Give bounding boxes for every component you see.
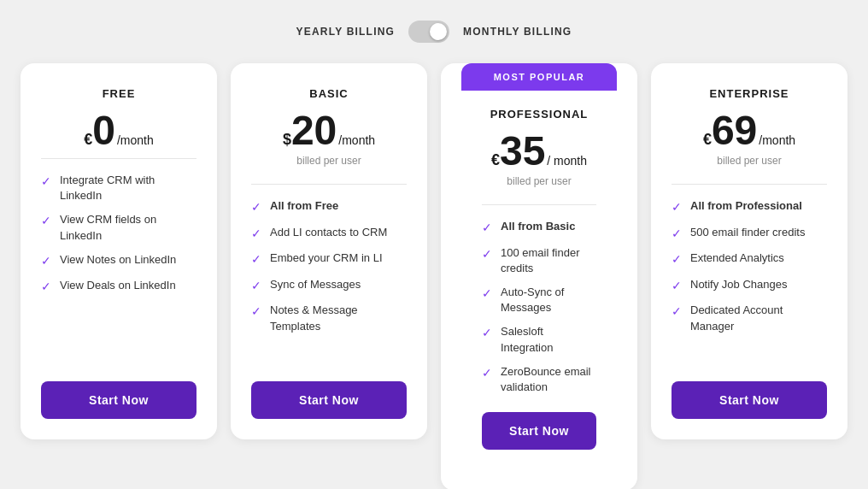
check-icon: ✓	[482, 286, 492, 303]
feature-text: Sync of Messages	[270, 277, 361, 292]
list-item: ✓ 500 email finder credits	[672, 225, 827, 243]
most-popular-badge: MOST POPULAR	[461, 63, 617, 91]
check-icon: ✓	[41, 213, 51, 230]
free-currency: €	[84, 132, 92, 147]
feature-text: Auto-Sync of Messages	[501, 285, 596, 315]
basic-start-button[interactable]: Start Now	[251, 381, 407, 419]
professional-plan-name: PROFESSIONAL	[482, 108, 596, 121]
enterprise-features: ✓ All from Professional ✓ 500 email find…	[672, 198, 827, 364]
free-divider	[41, 158, 196, 159]
basic-currency: $	[283, 131, 291, 149]
check-icon: ✓	[482, 246, 492, 263]
list-item: ✓ Integrate CRM with LinkedIn	[41, 173, 196, 203]
feature-text: Integrate CRM with LinkedIn	[60, 173, 196, 203]
basic-divider	[251, 184, 407, 185]
feature-text: Dedicated Account Manager	[690, 303, 827, 333]
list-item: ✓ Dedicated Account Manager	[672, 303, 827, 333]
list-item: ✓ Sync of Messages	[251, 277, 407, 295]
feature-text: All from Basic	[501, 219, 575, 234]
feature-text: Notes & Message Templates	[270, 303, 407, 333]
professional-start-button[interactable]: Start Now	[482, 412, 596, 450]
basic-price-row: $ 20 /month	[251, 110, 407, 151]
free-plan-name: FREE	[41, 87, 196, 100]
list-item: ✓ Salesloft Integration	[482, 324, 596, 355]
professional-billed: billed per user	[482, 175, 596, 187]
feature-text: Add LI contacts to CRM	[270, 225, 387, 240]
check-icon: ✓	[482, 220, 492, 237]
list-item: ✓ All from Free	[251, 198, 407, 216]
check-icon: ✓	[672, 251, 682, 268]
basic-billed: billed per user	[251, 155, 407, 167]
plan-card-professional: MOST POPULAR PROFESSIONAL € 35 / month b…	[441, 63, 637, 489]
free-price-row: € 0 /month	[41, 110, 196, 151]
list-item: ✓ ZeroBounce email validation	[482, 364, 596, 395]
list-item: ✓ View Deals on LinkedIn	[41, 278, 196, 296]
enterprise-per-month: /month	[759, 133, 795, 147]
list-item: ✓ All from Basic	[482, 219, 596, 237]
enterprise-plan-name: ENTERPRISE	[672, 87, 827, 100]
list-item: ✓ View Notes on LinkedIn	[41, 252, 196, 270]
check-icon: ✓	[482, 365, 492, 382]
free-card-inner: FREE € 0 /month ✓ Integrate CRM with Lin…	[41, 87, 196, 419]
check-icon: ✓	[672, 226, 682, 243]
enterprise-start-button[interactable]: Start Now	[672, 381, 827, 419]
feature-text: Extended Analytics	[690, 250, 784, 266]
basic-plan-name: BASIC	[251, 87, 407, 100]
check-icon: ✓	[41, 279, 51, 296]
billing-toggle[interactable]	[408, 21, 449, 43]
plan-card-free: FREE € 0 /month ✓ Integrate CRM with Lin…	[21, 63, 217, 439]
professional-currency: €	[491, 152, 500, 168]
professional-price-row: € 35 / month	[482, 131, 596, 172]
professional-divider	[482, 204, 596, 205]
list-item: ✓ View CRM fields on LinkedIn	[41, 212, 196, 243]
monthly-billing-label: MONTHLY BILLING	[463, 26, 572, 38]
feature-text: 500 email finder credits	[690, 225, 805, 240]
feature-text: View CRM fields on LinkedIn	[60, 212, 196, 243]
check-icon: ✓	[41, 174, 51, 191]
feature-text: 100 email finder credits	[501, 245, 596, 276]
feature-text: Notify Job Changes	[690, 277, 787, 292]
feature-text: All from Professional	[690, 198, 802, 214]
enterprise-price-row: € 69 /month	[672, 110, 827, 151]
list-item: ✓ Auto-Sync of Messages	[482, 285, 596, 315]
check-icon: ✓	[672, 199, 682, 216]
check-icon: ✓	[41, 253, 51, 270]
list-item: ✓ Extended Analytics	[672, 250, 827, 268]
basic-features: ✓ All from Free ✓ Add LI contacts to CRM…	[251, 198, 407, 364]
plan-card-basic: BASIC $ 20 /month billed per user ✓ All …	[231, 63, 427, 439]
enterprise-amount: 69	[712, 110, 757, 151]
toggle-thumb	[430, 23, 447, 40]
enterprise-currency: €	[703, 132, 712, 147]
professional-card-inner: PROFESSIONAL € 35 / month billed per use…	[461, 91, 617, 470]
feature-text: Embed your CRM in LI	[270, 250, 383, 266]
check-icon: ✓	[672, 303, 682, 321]
free-start-button[interactable]: Start Now	[41, 381, 196, 419]
enterprise-divider	[672, 184, 827, 185]
check-icon: ✓	[672, 278, 682, 295]
feature-text: All from Free	[270, 198, 338, 214]
check-icon: ✓	[251, 251, 261, 268]
basic-card-inner: BASIC $ 20 /month billed per user ✓ All …	[251, 87, 407, 419]
free-features: ✓ Integrate CRM with LinkedIn ✓ View CRM…	[41, 173, 196, 364]
feature-text: View Deals on LinkedIn	[60, 278, 176, 293]
list-item: ✓ Notify Job Changes	[672, 277, 827, 295]
list-item: ✓ All from Professional	[672, 198, 827, 216]
yearly-billing-label: YEARLY BILLING	[296, 26, 395, 38]
list-item: ✓ Notes & Message Templates	[251, 303, 407, 333]
professional-features: ✓ All from Basic ✓ 100 email finder cred…	[482, 219, 596, 395]
feature-text: Salesloft Integration	[501, 324, 596, 355]
basic-per-month: /month	[338, 133, 375, 147]
list-item: ✓ Embed your CRM in LI	[251, 250, 407, 268]
list-item: ✓ 100 email finder credits	[482, 245, 596, 276]
enterprise-card-inner: ENTERPRISE € 69 /month billed per user ✓…	[672, 87, 827, 419]
professional-per-month: / month	[547, 154, 587, 168]
pricing-page: YEARLY BILLING MONTHLY BILLING FREE € 0 …	[0, 0, 868, 489]
enterprise-billed: billed per user	[672, 155, 827, 167]
check-icon: ✓	[251, 303, 261, 321]
check-icon: ✓	[251, 199, 261, 216]
basic-amount: 20	[291, 110, 337, 151]
check-icon: ✓	[251, 278, 261, 295]
plan-card-enterprise: ENTERPRISE € 69 /month billed per user ✓…	[651, 63, 847, 439]
free-per-month: /month	[117, 133, 154, 147]
feature-text: View Notes on LinkedIn	[60, 252, 176, 268]
